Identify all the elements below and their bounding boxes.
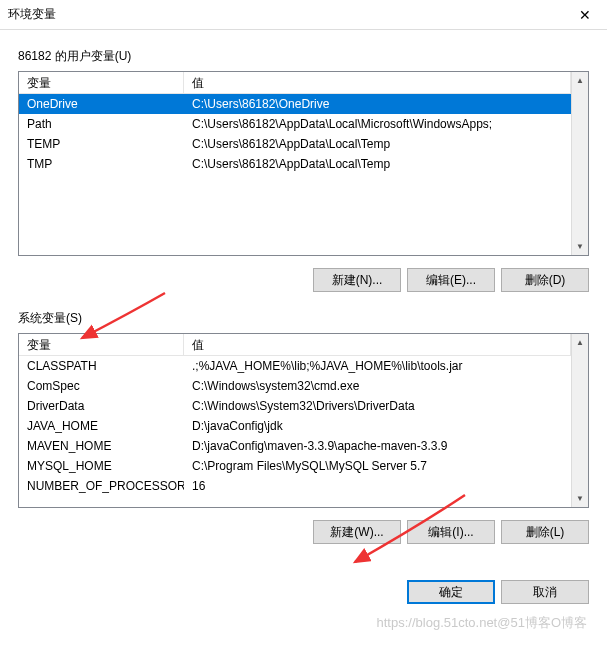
system-button-row: 新建(W)... 编辑(I)... 删除(L) [18,520,589,544]
system-new-button[interactable]: 新建(W)... [313,520,401,544]
user-variables-label: 86182 的用户变量(U) [18,48,589,65]
table-row[interactable]: TMPC:\Users\86182\AppData\Local\Temp [19,154,571,174]
variable-value: C:\Users\86182\AppData\Local\Temp [184,155,571,173]
dialog-footer: 确定 取消 [0,572,607,618]
titlebar: 环境变量 ✕ [0,0,607,30]
table-row[interactable]: TEMPC:\Users\86182\AppData\Local\Temp [19,134,571,154]
variable-value: .;%JAVA_HOME%\lib;%JAVA_HOME%\lib\tools.… [184,357,571,375]
close-icon: ✕ [579,7,591,23]
window-title: 环境变量 [8,6,56,23]
table-row[interactable]: MYSQL_HOMEC:\Program Files\MySQL\MySQL S… [19,456,571,476]
variable-name: JAVA_HOME [19,417,184,435]
system-variables-group: 系统变量(S) 变量 值 CLASSPATH.;%JAVA_HOME%\lib;… [18,310,589,544]
content-area: 86182 的用户变量(U) 变量 值 OneDriveC:\Users\861… [0,30,607,572]
system-table-scrollbar[interactable]: ▲ ▼ [571,334,588,507]
scroll-down-icon[interactable]: ▼ [572,238,588,255]
variable-name: Path [19,115,184,133]
scroll-down-icon[interactable]: ▼ [572,490,588,507]
scroll-track[interactable] [572,351,588,490]
system-table-header: 变量 值 [19,334,571,356]
variable-name: OneDrive [19,95,184,113]
table-row[interactable]: OneDriveC:\Users\86182\OneDrive [19,94,571,114]
variable-value: 16 [184,477,571,495]
table-row[interactable]: ComSpecC:\Windows\system32\cmd.exe [19,376,571,396]
ok-button[interactable]: 确定 [407,580,495,604]
variable-name: MYSQL_HOME [19,457,184,475]
scroll-track[interactable] [572,89,588,238]
variable-value: C:\Windows\system32\cmd.exe [184,377,571,395]
variable-value: C:\Users\86182\AppData\Local\Microsoft\W… [184,115,571,133]
variable-value: D:\javaConfig\jdk [184,417,571,435]
variable-value: C:\Users\86182\AppData\Local\Temp [184,135,571,153]
variable-value: C:\Windows\System32\Drivers\DriverData [184,397,571,415]
cancel-button[interactable]: 取消 [501,580,589,604]
user-variables-group: 86182 的用户变量(U) 变量 值 OneDriveC:\Users\861… [18,48,589,292]
variable-name: NUMBER_OF_PROCESSORS [19,477,184,495]
user-delete-button[interactable]: 删除(D) [501,268,589,292]
scroll-up-icon[interactable]: ▲ [572,72,588,89]
variable-name: TEMP [19,135,184,153]
column-header-value[interactable]: 值 [184,334,571,355]
user-table-scrollbar[interactable]: ▲ ▼ [571,72,588,255]
close-button[interactable]: ✕ [562,0,607,30]
user-edit-button[interactable]: 编辑(E)... [407,268,495,292]
user-variables-table[interactable]: 变量 值 OneDriveC:\Users\86182\OneDrivePath… [18,71,589,256]
table-row[interactable]: MAVEN_HOMED:\javaConfig\maven-3.3.9\apac… [19,436,571,456]
system-variables-label: 系统变量(S) [18,310,589,327]
column-header-name[interactable]: 变量 [19,334,184,355]
variable-value: D:\javaConfig\maven-3.3.9\apache-maven-3… [184,437,571,455]
table-row[interactable]: CLASSPATH.;%JAVA_HOME%\lib;%JAVA_HOME%\l… [19,356,571,376]
table-row[interactable]: JAVA_HOMED:\javaConfig\jdk [19,416,571,436]
column-header-value[interactable]: 值 [184,72,571,93]
variable-name: CLASSPATH [19,357,184,375]
variable-name: MAVEN_HOME [19,437,184,455]
system-delete-button[interactable]: 删除(L) [501,520,589,544]
user-new-button[interactable]: 新建(N)... [313,268,401,292]
system-variables-table[interactable]: 变量 值 CLASSPATH.;%JAVA_HOME%\lib;%JAVA_HO… [18,333,589,508]
variable-value: C:\Users\86182\OneDrive [184,95,571,113]
scroll-up-icon[interactable]: ▲ [572,334,588,351]
variable-name: DriverData [19,397,184,415]
table-row[interactable]: PathC:\Users\86182\AppData\Local\Microso… [19,114,571,134]
user-table-header: 变量 值 [19,72,571,94]
column-header-name[interactable]: 变量 [19,72,184,93]
variable-name: TMP [19,155,184,173]
variable-value: C:\Program Files\MySQL\MySQL Server 5.7 [184,457,571,475]
table-row[interactable]: NUMBER_OF_PROCESSORS16 [19,476,571,496]
system-edit-button[interactable]: 编辑(I)... [407,520,495,544]
table-row[interactable]: DriverDataC:\Windows\System32\Drivers\Dr… [19,396,571,416]
variable-name: ComSpec [19,377,184,395]
user-button-row: 新建(N)... 编辑(E)... 删除(D) [18,268,589,292]
